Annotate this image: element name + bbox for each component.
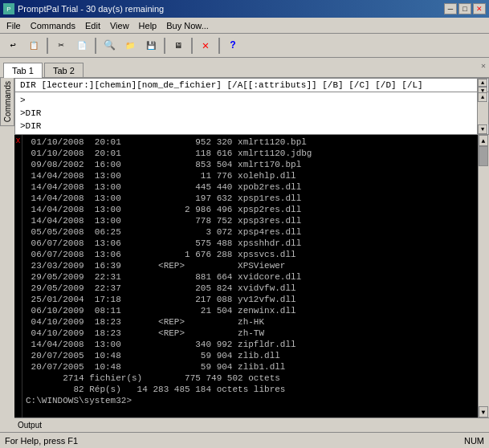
terminal-line: 20/07/2005 10:48 59 904 zlib.dll: [26, 350, 475, 361]
toolbar-cut-button[interactable]: ✂: [51, 37, 71, 55]
scroll-down-btn-2[interactable]: ▼: [478, 124, 487, 134]
terminal-line: 04/10/2009 18:23 <REP> zh-TW: [26, 328, 475, 339]
window-title: PromptPal Trial - 30 day(s) remaining: [18, 4, 164, 14]
terminal-line: 05/05/2008 06:25 3 072 xpsp4res.dll: [26, 226, 475, 238]
toolbar-open-button[interactable]: 📁: [120, 37, 140, 55]
command-input-area: > >DIR >DIR ▲ ▼: [14, 92, 489, 135]
toolbar-separator-4: [191, 38, 193, 54]
terminal-line: 25/01/2004 17:18 217 088 yv12vfw.dll: [26, 294, 475, 305]
menu-commands[interactable]: Commands: [26, 19, 80, 32]
app-icon: P: [3, 3, 14, 14]
menu-buynow[interactable]: Buy Now...: [161, 19, 214, 32]
terminal-line: 2714 fichier(s) 775 749 502 octets: [26, 373, 475, 384]
menu-edit[interactable]: Edit: [80, 19, 105, 32]
toolbar-separator-2: [95, 38, 96, 54]
commands-sidebar-label[interactable]: Commands: [0, 77, 14, 126]
title-bar: P PromptPal Trial - 30 day(s) remaining …: [0, 0, 489, 18]
menu-file[interactable]: File: [2, 19, 26, 32]
toolbar-separator-1: [47, 38, 48, 54]
menu-view[interactable]: View: [105, 19, 134, 32]
terminal-line: 14/04/2008 13:00 2 986 496 xpsp2res.dll: [26, 204, 475, 215]
terminal-line: 14/04/2008 13:00 197 632 xpsp1res.dll: [26, 193, 475, 204]
toolbar-help-button[interactable]: ?: [223, 37, 242, 55]
terminal-line: 09/08/2002 16:00 853 504 xmlrt170.bpl: [26, 159, 475, 170]
right-content: DIR [lecteur:][chemin][nom_de_fichier] […: [14, 77, 489, 432]
terminal-line: 29/05/2009 22:31 881 664 xvidcore.dll: [26, 271, 475, 283]
status-bar: For Help, press F1 NUM: [0, 432, 489, 448]
terminal-scroll-thumb[interactable]: [479, 146, 488, 166]
cmd-prompt-2: >DIR: [20, 107, 483, 120]
menu-help[interactable]: Help: [134, 19, 162, 32]
left-sidebar: Commands: [0, 77, 14, 432]
prompt-cursor: >: [20, 96, 26, 105]
terminal-area: x 01/10/2008 20:01 952 320 xmlrt1120.bpl…: [14, 135, 489, 417]
tab-1[interactable]: Tab 1: [3, 63, 43, 78]
terminal-output[interactable]: 01/10/2008 20:01 952 320 xmlrt1120.bpl 0…: [22, 135, 478, 417]
terminal-line: 14/04/2008 13:00 778 752 xpsp3res.dll: [26, 215, 475, 226]
toolbar-save-button[interactable]: 💾: [141, 37, 161, 55]
tab-2[interactable]: Tab 2: [44, 63, 84, 78]
toolbar-copy-button[interactable]: 📄: [72, 37, 92, 55]
close-button[interactable]: ✕: [473, 3, 486, 14]
terminal-line: 06/07/2008 13:06 1 676 288 xpssvcs.dll: [26, 249, 475, 260]
title-bar-left: P PromptPal Trial - 30 day(s) remaining: [3, 3, 164, 14]
terminal-line: 06/07/2008 13:06 575 488 xpsshhdr.dll: [26, 238, 475, 249]
minimize-button[interactable]: ─: [444, 3, 457, 14]
terminal-line: 01/10/2008 20:01 952 320 xmlrt1120.bpl: [26, 136, 475, 148]
terminal-line: 14/04/2008 13:00 11 776 xolehlp.dll: [26, 170, 475, 181]
tabs-row: Tab 1 Tab 2 ✕: [0, 58, 489, 77]
status-help-text: For Help, press F1: [5, 436, 78, 446]
terminal-line: 23/03/2009 16:39 <REP> XPSViewer: [26, 260, 475, 271]
terminal-scroll-up[interactable]: ▲: [479, 135, 488, 146]
toolbar-new-button[interactable]: 📋: [24, 37, 43, 55]
terminal-scroll-track: [479, 146, 489, 406]
terminal-line: 04/10/2009 18:23 <REP> zh-HK: [26, 316, 475, 328]
menu-bar: File Commands Edit View Help Buy Now...: [0, 18, 489, 34]
cmd-header-scrollbar: ▲ ▼: [477, 79, 488, 92]
status-num-indicator: NUM: [464, 436, 484, 446]
command-syntax-text: DIR [lecteur:][chemin][nom_de_fichier] […: [15, 79, 488, 92]
scroll-up-btn-2[interactable]: ▲: [478, 92, 487, 102]
terminal-line: C:\WINDOWS\system32>: [26, 395, 475, 406]
maximize-button[interactable]: □: [458, 3, 471, 14]
command-syntax-area: DIR [lecteur:][chemin][nom_de_fichier] […: [14, 77, 489, 92]
toolbar-separator-3: [164, 38, 165, 54]
output-label-row: Output: [14, 417, 489, 432]
x-marker: x: [15, 136, 20, 145]
terminal-line: 14/04/2008 13:00 445 440 xpob2res.dll: [26, 181, 475, 193]
terminal-scroll-down[interactable]: ▼: [479, 406, 488, 417]
toolbar-stop-button[interactable]: ✕: [196, 37, 215, 55]
terminal-line: 14/04/2008 13:00 340 992 zipfldr.dll: [26, 339, 475, 350]
tab-close-icon[interactable]: ✕: [481, 61, 486, 71]
toolbar-terminal-button[interactable]: 🖥: [169, 37, 188, 55]
toolbar-back-button[interactable]: ↩: [3, 37, 22, 55]
main-window: P PromptPal Trial - 30 day(s) remaining …: [0, 0, 489, 448]
terminal-line: 06/10/2009 08:11 21 504 zenwinx.dll: [26, 305, 475, 316]
terminal-scrollbar: ▲ ▼: [478, 135, 489, 417]
cmd-input-scrollbar: ▲ ▼: [477, 92, 488, 134]
output-label[interactable]: Output: [18, 421, 42, 430]
toolbar: ↩ 📋 ✂ 📄 🔍 📁 💾 🖥 ✕ ?: [0, 34, 489, 58]
terminal-line: 82 Rép(s) 14 283 485 184 octets libres: [26, 384, 475, 395]
terminal-line: 29/05/2009 22:37 205 824 xvidvfw.dll: [26, 283, 475, 294]
x-marker-area: x: [14, 135, 22, 417]
terminal-line: 20/07/2005 10:48 59 904 zlib1.dll: [26, 361, 475, 373]
scroll-up-btn[interactable]: ▲: [478, 79, 487, 87]
cmd-prompt-3: >DIR: [20, 120, 483, 132]
scroll-track-2: [478, 102, 488, 124]
toolbar-separator-5: [218, 38, 220, 54]
cmd-prompt-1: >: [20, 94, 483, 107]
content-area: Commands DIR [lecteur:][chemin][nom_de_f…: [0, 77, 489, 432]
window-controls: ─ □ ✕: [444, 3, 486, 14]
toolbar-search-button[interactable]: 🔍: [100, 37, 119, 55]
terminal-line: 01/10/2008 20:01 118 616 xmlrt1120.jdbg: [26, 148, 475, 159]
